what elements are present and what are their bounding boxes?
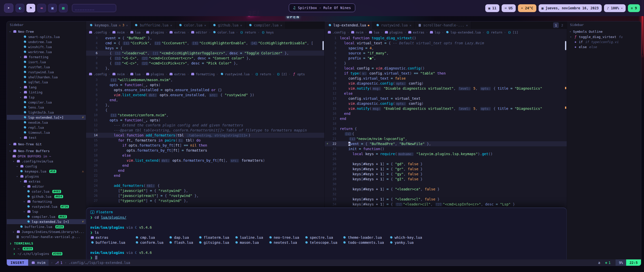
crumb-2[interactable]: {}[2] (276, 72, 287, 76)
status-badge-us[interactable]: ⌨US (502, 4, 516, 12)
close-icon[interactable]: × (466, 23, 468, 27)
tree-item-linting[interactable]: ▸linting (7, 90, 86, 95)
tree-item-config[interactable]: ▾config (7, 164, 86, 169)
workspace-button-5[interactable]: ▤ (59, 4, 68, 12)
tree-item-open-buffers-in[interactable]: OPEN BUFFERS in ~ (7, 154, 86, 159)
crumb-plugins[interactable]: plugins (384, 30, 403, 34)
tree-item-neodim-lua[interactable]: neodim.lua (7, 120, 86, 125)
crumb-config[interactable]: .config (327, 30, 346, 34)
tree-item-c-n-l-plugins[interactable]: ❯~/.c/n/l/plugins#3980 (7, 251, 86, 256)
tree-item-compiler-lua[interactable]: compiler.lua#682 (7, 214, 86, 219)
tree-item-formatting[interactable]: ▾formatting (7, 54, 86, 59)
crumb-color-lua[interactable]: color.lua (212, 30, 234, 34)
scrollbar-handle[interactable] (323, 41, 324, 50)
crumb-lua[interactable]: lua (130, 30, 141, 34)
tree-item-keymaps-lua[interactable]: keymaps.lua#10⚠ (7, 169, 86, 174)
close-icon[interactable]: × (410, 23, 412, 27)
crumb-editor[interactable]: editor (191, 30, 207, 34)
tab-compiler-lua[interactable]: compiler.lua× (246, 21, 286, 29)
workspace-button-1[interactable]: ◐ (16, 4, 24, 12)
pane-rustywind-lua[interactable]: .config›nvim›lua›plugins›extras›formatti… (86, 71, 324, 203)
tree-item-smart-splits-lua[interactable]: smart-splits.lua (7, 34, 86, 39)
pane-color-lua[interactable]: .config›nvim›lua›plugins›extras›editor›c… (86, 29, 324, 71)
floaterm-window[interactable]: ❯ Floaterm ❯ cd lua/plugins/nvim/lua/plu… (86, 208, 567, 259)
crumb-return[interactable]: {}return (486, 30, 502, 34)
tree-item-rustywind-lua[interactable]: rustywind.lua#726 (7, 204, 86, 209)
tab-keymaps-lua[interactable]: keymaps.lua⚠ 3× (86, 21, 131, 29)
tree-item-lens-lua[interactable]: lens.lua (7, 105, 86, 110)
crumb-opts[interactable]: ƒopts (292, 72, 305, 76)
topbar-input[interactable]: ________ (72, 4, 116, 12)
crumb-formatting[interactable]: formatting (191, 72, 215, 76)
tree-item-winshift-lua[interactable]: winshift.lua (7, 44, 86, 49)
tree-item-extras[interactable]: ▾extras (7, 179, 86, 184)
tree-item-scrollbar-handle-vertical-p[interactable]: scrollbar-handle-vertical.p... (7, 234, 86, 239)
tree-item-lsp[interactable]: ▾lsp (7, 209, 86, 214)
tree-item-color-lua[interactable]: color.lua#493 (7, 189, 86, 194)
tab-scrollbar-handle[interactable]: scrollbar-handle-...× (415, 21, 471, 29)
crumb-lua[interactable]: lua (369, 30, 379, 34)
tree-item-config-nvim-lua[interactable]: ▾.config/nvim/lua (7, 159, 86, 164)
tree-item-rustywind-lua[interactable]: rustywind.lua (7, 70, 86, 75)
section-header-neo-tree-buffers[interactable]: ▾Neo-Tree Buffers (7, 148, 86, 154)
tree-item-timeout-lua[interactable]: timeout.lua (7, 130, 86, 135)
tree-item-undotree-lua[interactable]: undotree.lua (7, 39, 86, 44)
close-icon[interactable]: × (240, 23, 242, 27)
tree-item-isort-lua[interactable]: isort.lua (7, 59, 86, 64)
tab-rustywind-lua[interactable]: rustywind.lua× (373, 21, 415, 29)
section-header-neo-tree-git[interactable]: ▸Neo-Tree Git (7, 141, 86, 147)
tree-item-formatting[interactable]: ▾formatting (7, 199, 86, 204)
close-icon[interactable]: × (204, 23, 206, 27)
crumb-extras[interactable]: extras (169, 30, 186, 34)
crumb-lsp-extended-lua[interactable]: lsp-extended.lua (446, 30, 481, 34)
close-icon[interactable]: × (170, 23, 172, 27)
section-header-neo-tree[interactable]: ▾Neo-Tree (7, 29, 86, 34)
tree-item-lsp-extended-lu[interactable]: lsp-extended.lu [+]⚡ (7, 219, 86, 224)
tree-item-shellharden-lua[interactable]: shellharden.lua (7, 75, 86, 80)
crumb-rustywind-lua[interactable]: rustywind.lua (220, 72, 250, 76)
workspace-button-4[interactable]: ▣ (48, 4, 57, 12)
outline-item-else[interactable]: ◈elseelse (567, 44, 641, 49)
status-badge-9[interactable]: ≡9 (628, 4, 640, 12)
crumb-nvim[interactable]: nvim (112, 72, 125, 76)
tree-item-worktree-lua[interactable]: worktree.lua (7, 49, 86, 54)
code-area[interactable]: 1local function toggle_diag_virtext()2 l… (325, 36, 567, 207)
tree-item-juegos-indies-steamlibrary-st[interactable]: ▸Juegos/Indies/SteamLibrary/st... (7, 229, 86, 234)
section-header-terminals[interactable]: ❯TERMINALS (7, 241, 86, 246)
crumb-lua[interactable]: lua (130, 72, 141, 76)
code-area[interactable]: 3 [1]"williamboman/mason.nvim",4 opts = … (86, 77, 324, 203)
tree-item-plugins[interactable]: ▾plugins (7, 174, 86, 179)
tree-item-bufferline-lua[interactable]: bufferline.lua#328 (7, 224, 86, 229)
status-badge-100[interactable]: ♪100%▾ (604, 4, 626, 12)
crumb-extras[interactable]: extras (169, 72, 186, 76)
close-icon[interactable]: × (280, 23, 282, 27)
tabpage-1[interactable]: 1 (553, 22, 559, 28)
workspace-button-3[interactable]: ∞ (37, 4, 46, 12)
crumb-nvim[interactable]: nvim (351, 30, 363, 34)
crumb-nvim[interactable]: nvim (112, 30, 125, 34)
symbols-outline-header[interactable]: ▾ Symbols Outline (567, 29, 641, 34)
tab-github-lua[interactable]: github.lua× (210, 21, 246, 29)
tree-item-github-lua[interactable]: github.lua#654 (7, 194, 86, 199)
crumb-plugins[interactable]: plugins (146, 72, 164, 76)
pane-lsp-extended-lua[interactable]: .config›nvim›lua›plugins›extras›lsp›lsp-… (325, 29, 567, 207)
tree-item-lsp[interactable]: ▾lsp (7, 95, 86, 100)
tab-lsp-extended-lua[interactable]: lsp-extended.lua● (325, 21, 373, 29)
tree-item-sqlfmt-lua[interactable]: sqlfmt.lua (7, 80, 86, 85)
tab-color-lua[interactable]: color.lua× (176, 21, 210, 29)
crumb-config[interactable]: .config (89, 72, 107, 76)
now-playing-pill[interactable]: ♫ Spiritbox - Rule Of Nines (289, 4, 355, 12)
crumb-return[interactable]: {}return (239, 30, 256, 34)
scrollbar-handle[interactable] (565, 41, 566, 50)
tree-item-lang[interactable]: ▸lang (7, 85, 86, 90)
status-badge-jueves-noviembre-16-2023[interactable]: ▦jueves, noviembre 16, 2023 (539, 4, 602, 12)
tree-item-lsp-extended-lu[interactable]: lsp-extended.lu[+]⚡ (7, 115, 86, 120)
tree-item-compiler-lua[interactable]: compiler.lua (7, 100, 86, 105)
code-area[interactable]: 3 event = { "BufRead" },4 cmd = { [1]"Cc… (86, 36, 324, 71)
tree-item-lightbulb-lua[interactable]: lightbulb.lua (7, 110, 86, 115)
crumb-keys[interactable]: {}keys (261, 30, 274, 34)
tree-item-test[interactable]: ▸test (7, 135, 86, 140)
workspace-button-2[interactable]: ⚑ (26, 4, 35, 12)
outline-item-toggle-diag-virtext[interactable]: ▾ƒtoggle_diag_virtextfu (567, 34, 641, 39)
tree-item-repl-lua[interactable]: repl.lua (7, 125, 86, 130)
